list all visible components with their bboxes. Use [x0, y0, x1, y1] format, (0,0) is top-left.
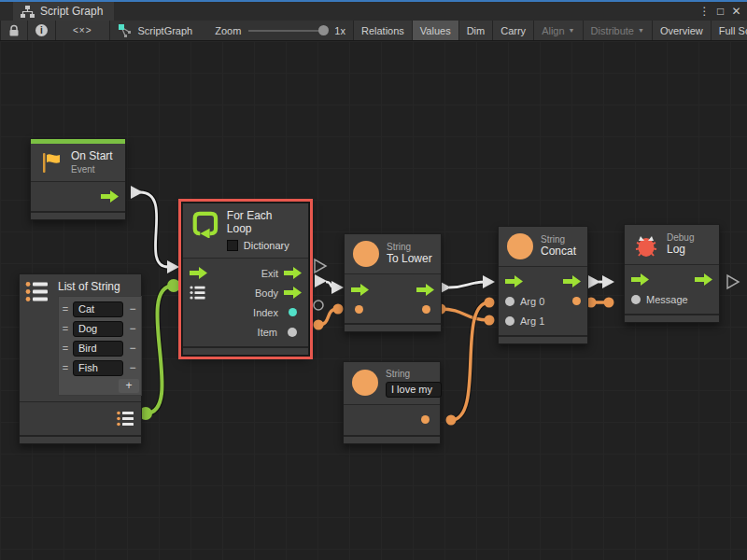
- drag-handle-icon[interactable]: =: [61, 362, 70, 373]
- node-list-of-string[interactable]: List of String = − = − = −: [19, 273, 142, 444]
- node-footer: [183, 346, 308, 355]
- overview-button[interactable]: Overview: [653, 21, 712, 40]
- node-footer: [20, 435, 141, 443]
- node-title: List of String: [58, 280, 136, 296]
- graph-breadcrumb-icon: [118, 23, 133, 38]
- list-output-port[interactable]: [117, 411, 134, 427]
- window-titlebar: Script Graph ⋮ □ ✕: [0, 0, 747, 21]
- exit-unconnected-indicator: [315, 259, 326, 273]
- tab-script-graph[interactable]: Script Graph: [13, 2, 114, 21]
- wire-tolower-concat[interactable]: [439, 275, 495, 294]
- arg0-input-port[interactable]: [505, 297, 514, 306]
- window-menu-button[interactable]: ⋮: [698, 5, 712, 18]
- trigger-output-port[interactable]: [101, 190, 119, 203]
- zoom-slider[interactable]: [248, 30, 327, 32]
- string-type-icon: [353, 241, 379, 267]
- index-output-port[interactable]: [289, 308, 297, 316]
- wire-list-foreach[interactable]: [139, 279, 180, 420]
- hierarchy-icon: [21, 6, 35, 18]
- carry-button[interactable]: Carry: [493, 21, 534, 40]
- window-maximize-button[interactable]: □: [713, 5, 727, 18]
- dim-button[interactable]: Dim: [459, 21, 494, 40]
- wire-concat-debug[interactable]: [588, 275, 614, 288]
- wire-body-tolower[interactable]: [315, 274, 344, 294]
- body-output-port[interactable]: [284, 287, 302, 299]
- values-button[interactable]: Values: [413, 21, 459, 40]
- list-item-row: = −: [61, 358, 139, 377]
- zoom-label: Zoom: [215, 25, 241, 36]
- list-icon: [25, 281, 50, 302]
- node-subtitle: Event: [71, 164, 113, 175]
- remove-item-button[interactable]: −: [126, 361, 139, 374]
- enter-input-port[interactable]: [505, 275, 523, 287]
- list-item-input-0[interactable]: [73, 301, 123, 317]
- list-input-port[interactable]: [190, 286, 206, 300]
- graph-toolbar: i <×> ScriptGraph Zoom 1x Relations Valu…: [0, 21, 747, 41]
- enter-input-port[interactable]: [190, 267, 207, 279]
- align-label: Align: [542, 25, 564, 36]
- lock-button[interactable]: [0, 21, 28, 40]
- list-item-row: = −: [61, 300, 139, 318]
- node-category: String: [386, 369, 442, 380]
- string-type-icon: [352, 370, 378, 396]
- list-item-input-3[interactable]: [73, 360, 123, 376]
- distribute-button[interactable]: Distribute ▼: [584, 21, 653, 40]
- log-exit-unconnected-indicator: [727, 275, 739, 288]
- string-input-port[interactable]: [355, 305, 363, 314]
- exit-output-port[interactable]: [416, 284, 434, 296]
- node-title: To Lower: [387, 253, 432, 266]
- drag-handle-icon[interactable]: =: [61, 343, 70, 354]
- breadcrumb[interactable]: ScriptGraph: [138, 25, 193, 36]
- zoom-slider-handle[interactable]: [318, 25, 329, 35]
- dim-label: Dim: [467, 25, 486, 36]
- value-output-port[interactable]: [421, 415, 430, 424]
- align-button[interactable]: Align ▼: [534, 21, 583, 40]
- wire-literal-arg0[interactable]: [446, 298, 495, 426]
- distribute-label: Distribute: [591, 25, 634, 36]
- list-editor: = − = − = − = −: [58, 296, 142, 396]
- result-output-port[interactable]: [572, 297, 581, 305]
- wire-concat-message[interactable]: [586, 298, 614, 308]
- enter-input-port[interactable]: [351, 284, 369, 296]
- exit-output-port[interactable]: [563, 275, 581, 287]
- item-output-port[interactable]: [288, 328, 297, 337]
- node-debug-log[interactable]: Debug Log Message: [624, 224, 720, 323]
- add-item-button[interactable]: +: [119, 379, 139, 393]
- inspect-button[interactable]: i: [28, 21, 56, 40]
- fullscreen-button[interactable]: Full Screen: [712, 21, 747, 40]
- relations-button[interactable]: Relations: [353, 21, 413, 40]
- remove-item-button[interactable]: −: [126, 342, 139, 355]
- wire-onstart-foreach[interactable]: [131, 186, 179, 273]
- graph-canvas[interactable]: On Start Event List of String: [0, 41, 747, 560]
- node-footer: [345, 323, 441, 331]
- exit-output-port[interactable]: [695, 273, 712, 286]
- node-string-literal[interactable]: String: [343, 361, 441, 444]
- loop-icon: [191, 210, 219, 238]
- node-on-start[interactable]: On Start Event: [30, 138, 126, 220]
- string-value-input[interactable]: [386, 382, 442, 398]
- node-string-to-lower[interactable]: String To Lower: [344, 233, 442, 332]
- lock-icon: [8, 24, 20, 37]
- list-item-input-2[interactable]: [73, 341, 123, 357]
- drag-handle-icon[interactable]: =: [61, 323, 70, 334]
- code-toggle-button[interactable]: <×>: [56, 21, 110, 40]
- arg1-input-port[interactable]: [505, 316, 514, 326]
- list-item-input-1[interactable]: [73, 321, 123, 337]
- item-port-label: Item: [258, 327, 277, 338]
- align-dropdown-icon: ▼: [569, 27, 575, 34]
- enter-input-port[interactable]: [631, 273, 649, 286]
- message-input-port[interactable]: [631, 295, 641, 304]
- window-close-button[interactable]: ✕: [729, 5, 743, 18]
- dictionary-checkbox[interactable]: [227, 240, 238, 251]
- wire-item-tolower[interactable]: [314, 304, 344, 330]
- drag-handle-icon[interactable]: =: [61, 303, 70, 315]
- wire-tolower-arg1[interactable]: [436, 304, 495, 326]
- remove-item-button[interactable]: −: [126, 322, 139, 335]
- result-output-port[interactable]: [422, 305, 430, 314]
- message-port-label: Message: [646, 294, 688, 305]
- node-for-each-loop[interactable]: For Each Loop Dictionary Exit: [182, 203, 309, 356]
- remove-item-button[interactable]: −: [126, 302, 139, 315]
- node-string-concat[interactable]: String Concat Arg 0 A: [498, 226, 588, 344]
- exit-output-port[interactable]: [284, 267, 302, 279]
- list-item-row: = −: [61, 339, 139, 357]
